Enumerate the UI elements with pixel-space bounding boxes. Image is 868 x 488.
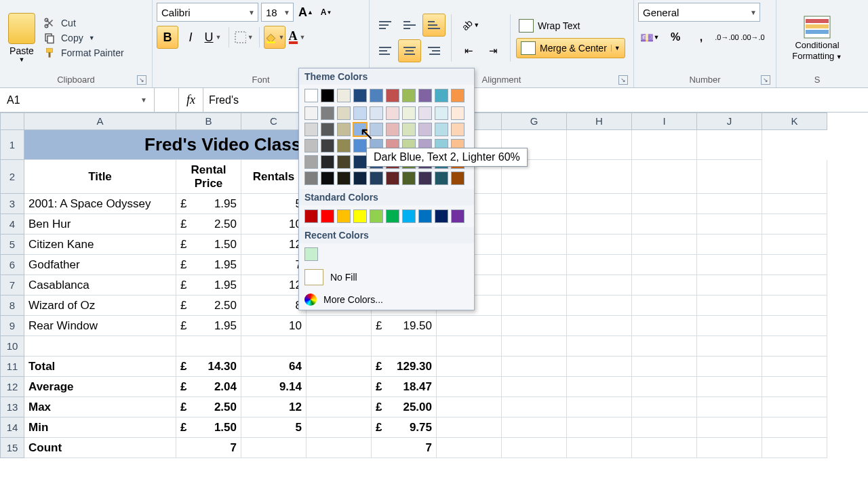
cell[interactable]: £2.50	[176, 214, 241, 235]
cell[interactable]	[632, 418, 697, 438]
row-header[interactable]: 8	[0, 296, 24, 316]
cell[interactable]	[437, 438, 502, 458]
cell[interactable]	[632, 316, 697, 336]
color-swatch[interactable]	[435, 209, 448, 223]
cell[interactable]	[762, 336, 827, 357]
cell[interactable]	[762, 377, 827, 397]
decrease-indent-button[interactable]: ⇤	[457, 39, 480, 62]
color-swatch[interactable]	[353, 155, 367, 169]
cell[interactable]	[697, 160, 762, 194]
cell[interactable]	[307, 418, 372, 438]
color-swatch[interactable]	[386, 171, 399, 185]
cell[interactable]: 2001: A Space Odyssey	[24, 194, 176, 214]
clipboard-dialog-launcher[interactable]: ↘	[137, 75, 146, 85]
cell[interactable]	[697, 418, 762, 438]
row-header[interactable]: 5	[0, 235, 24, 255]
shrink-font-button[interactable]: A▼	[317, 3, 336, 22]
italic-button[interactable]: I	[180, 26, 201, 49]
cell[interactable]	[437, 397, 502, 418]
color-swatch[interactable]	[386, 89, 399, 102]
decrease-decimal-button[interactable]: .00→.0	[741, 26, 764, 49]
cell[interactable]: 9.14	[241, 377, 307, 397]
col-header[interactable]: G	[502, 113, 567, 130]
cell[interactable]	[697, 336, 762, 357]
cell[interactable]: £2.50	[176, 296, 241, 316]
cell[interactable]	[762, 296, 827, 316]
cell[interactable]	[697, 235, 762, 255]
cell[interactable]	[567, 275, 632, 296]
orientation-button[interactable]: ab▼	[457, 14, 484, 37]
cell[interactable]	[632, 214, 697, 235]
color-swatch[interactable]	[451, 89, 465, 102]
cell[interactable]	[567, 438, 632, 458]
color-swatch[interactable]	[304, 123, 318, 136]
copy-button[interactable]: Copy▼	[42, 32, 124, 44]
cell[interactable]: Rental Price	[176, 160, 241, 194]
cell[interactable]	[307, 336, 372, 357]
accounting-format-button[interactable]: 💷▼	[638, 26, 661, 49]
cell[interactable]: £2.50	[176, 397, 241, 418]
color-swatch[interactable]	[337, 209, 351, 223]
align-left-button[interactable]	[374, 39, 397, 62]
font-name-combo[interactable]: Calibri▼	[157, 3, 258, 22]
cell[interactable]	[762, 316, 827, 336]
color-swatch[interactable]	[304, 106, 318, 120]
color-swatch[interactable]	[304, 209, 318, 223]
cell[interactable]: Average	[24, 377, 176, 397]
paste-button[interactable]: Paste ▼	[4, 12, 39, 64]
select-all-corner[interactable]	[0, 113, 24, 130]
color-swatch[interactable]	[321, 123, 334, 136]
color-swatch[interactable]	[321, 209, 334, 223]
cell[interactable]: 7	[176, 438, 241, 458]
cancel-formula-button[interactable]	[155, 88, 179, 112]
cell[interactable]: £1.95	[176, 275, 241, 296]
cell[interactable]	[502, 397, 567, 418]
increase-decimal-button[interactable]: .0→.00	[715, 26, 738, 49]
align-bottom-button[interactable]	[422, 14, 446, 37]
cell[interactable]	[762, 438, 827, 458]
cell[interactable]	[632, 296, 697, 316]
cell[interactable]: £9.75	[372, 418, 437, 438]
cell[interactable]	[697, 357, 762, 377]
cell[interactable]: £1.95	[176, 316, 241, 336]
cell[interactable]	[307, 397, 372, 418]
color-swatch[interactable]	[304, 155, 318, 169]
color-swatch[interactable]	[451, 123, 465, 136]
col-header[interactable]: B	[176, 113, 241, 130]
cell[interactable]	[632, 336, 697, 357]
no-fill-item[interactable]: No Fill	[299, 265, 474, 289]
color-swatch[interactable]	[451, 106, 465, 120]
cell[interactable]	[762, 357, 827, 377]
cell[interactable]: £129.30	[372, 357, 437, 377]
cell[interactable]	[502, 235, 567, 255]
color-swatch[interactable]	[370, 171, 383, 185]
color-swatch[interactable]	[435, 106, 448, 120]
cell[interactable]	[762, 194, 827, 214]
row-header[interactable]: 6	[0, 255, 24, 275]
cell[interactable]	[697, 397, 762, 418]
color-swatch[interactable]	[435, 123, 448, 136]
cell[interactable]: Ben Hur	[24, 214, 176, 235]
cell[interactable]	[502, 357, 567, 377]
cell[interactable]	[762, 214, 827, 235]
cell[interactable]	[567, 296, 632, 316]
color-swatch[interactable]	[304, 247, 318, 261]
cell[interactable]	[567, 235, 632, 255]
cell[interactable]: 10	[241, 214, 307, 235]
cell[interactable]: Count	[24, 438, 176, 458]
cell[interactable]: Rentals	[241, 160, 307, 194]
color-swatch[interactable]	[321, 139, 334, 152]
font-color-button[interactable]: A▼	[287, 26, 309, 49]
cell[interactable]	[502, 316, 567, 336]
color-swatch[interactable]	[370, 123, 383, 136]
color-swatch[interactable]	[386, 123, 399, 136]
col-header[interactable]: K	[762, 113, 827, 130]
borders-button[interactable]: ▼	[233, 26, 255, 49]
color-swatch[interactable]	[435, 171, 448, 185]
color-swatch[interactable]	[370, 209, 383, 223]
cell[interactable]: Title	[24, 160, 176, 194]
row-header[interactable]: 9	[0, 316, 24, 336]
row-header[interactable]: 12	[0, 377, 24, 397]
cell[interactable]	[632, 397, 697, 418]
cell[interactable]	[241, 336, 307, 357]
